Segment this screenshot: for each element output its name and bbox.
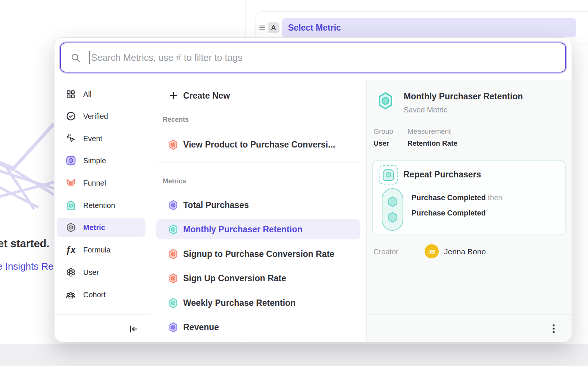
select-metric-label: Select Metric xyxy=(288,23,341,33)
formula-fx-icon: ƒx xyxy=(66,245,76,255)
metric-item-label: Total Purchases xyxy=(183,200,249,210)
results-list: Create New Recents View Product to Purch… xyxy=(150,80,366,342)
sidebar-item-label: Simple xyxy=(83,156,106,165)
event-hexagon-icon xyxy=(388,212,397,223)
sidebar-footer xyxy=(54,314,150,342)
measurement-value: Retention Rate xyxy=(407,139,457,148)
event-metric-icon xyxy=(169,200,178,210)
row-letter-badge: A xyxy=(268,22,279,33)
cohort-people-icon xyxy=(66,290,76,300)
retention-metric-icon xyxy=(169,224,178,235)
detail-subtitle: Saved Metric xyxy=(404,106,447,114)
sidebar-item-funnel[interactable]: Funnel xyxy=(57,173,146,193)
sidebar-item-user[interactable]: User xyxy=(57,263,146,282)
metric-item[interactable]: Revenue xyxy=(156,317,360,337)
metrics-header: Metrics xyxy=(163,177,186,185)
metric-item-label: Sign Up Conversion Rate xyxy=(183,273,286,283)
saved-cohort-icon xyxy=(379,165,398,184)
detail-title: Monthly Purchaser Retention xyxy=(404,92,523,102)
retention-arch-icon xyxy=(66,201,76,211)
drag-handle-icon[interactable] xyxy=(259,24,266,31)
sidebar-item-verified[interactable]: Verified xyxy=(57,106,146,126)
retention-metric-icon xyxy=(169,298,178,308)
sidebar-item-simple[interactable]: Simple xyxy=(57,151,146,170)
step-connector: then xyxy=(488,193,503,202)
metric-definition-card: Repeat Purchasers Purchase Completed the… xyxy=(372,160,566,235)
grid-icon xyxy=(66,89,76,99)
sidebar-item-formula[interactable]: ƒx Formula xyxy=(57,240,146,260)
creator-name: Jenna Bono xyxy=(444,247,486,256)
event-metric-icon xyxy=(169,322,178,332)
sidebar-item-retention[interactable]: Retention xyxy=(57,196,146,215)
event-hexagon-icon xyxy=(388,196,397,207)
metric-detail-panel: Monthly Purchaser Retention Saved Metric… xyxy=(366,80,572,342)
group-value: User xyxy=(373,139,389,148)
collapse-panel-icon[interactable] xyxy=(128,324,139,334)
user-flower-icon xyxy=(66,267,76,277)
sidebar-item-label: Retention xyxy=(83,201,115,210)
select-metric-field[interactable]: Select Metric xyxy=(282,18,576,37)
metric-item-selected[interactable]: Monthly Purchaser Retention xyxy=(156,219,360,239)
sidebar-item-all[interactable]: All xyxy=(57,84,146,104)
search-input[interactable] xyxy=(90,52,556,63)
plus-icon xyxy=(169,91,178,100)
measurement-label: Measurement xyxy=(407,127,451,136)
creator-avatar: JB xyxy=(425,244,439,258)
sidebar-item-label: All xyxy=(83,90,91,99)
metric-item[interactable]: Signup to Purchase Conversion Rate xyxy=(156,244,360,264)
sidebar-item-event[interactable]: Event xyxy=(57,129,146,148)
detail-footer xyxy=(367,314,572,342)
background-bottom-strip xyxy=(0,344,588,366)
filter-sidebar: All Verified Event xyxy=(54,80,150,342)
funnel-metric-icon xyxy=(169,140,178,150)
sidebar-item-label: Formula xyxy=(83,246,110,254)
funnel-metric-icon xyxy=(169,273,178,283)
metric-item-label: Weekly Purchase Retention xyxy=(183,298,295,308)
recent-item-label: View Product to Purchase Conversi... xyxy=(183,140,335,150)
sidebar-item-label: Cohort xyxy=(83,291,106,299)
sidebar-item-cohort[interactable]: Cohort xyxy=(57,285,146,304)
search-field-wrap[interactable] xyxy=(60,43,566,72)
cursor-click-icon xyxy=(66,134,76,144)
metric-picker-modal: All Verified Event xyxy=(54,37,572,342)
definition-step-2: Purchase Completed xyxy=(412,209,486,217)
sidebar-item-label: Event xyxy=(83,134,102,143)
sidebar-item-metric[interactable]: Metric xyxy=(57,218,146,237)
search-icon xyxy=(71,53,81,63)
group-label: Group xyxy=(373,127,393,136)
definition-name: Repeat Purchasers xyxy=(403,170,481,180)
list-divider xyxy=(156,162,360,162)
create-new-label: Create New xyxy=(183,91,230,101)
metric-item[interactable]: Total Purchases xyxy=(156,195,360,215)
background-report-link-fragment[interactable]: e Insights Re xyxy=(0,261,54,272)
sidebar-item-label: Metric xyxy=(83,223,105,232)
recent-item[interactable]: View Product to Purchase Conversi... xyxy=(156,134,360,155)
create-new-button[interactable]: Create New xyxy=(156,86,360,106)
sidebar-item-label: User xyxy=(83,268,99,277)
sidebar-item-label: Funnel xyxy=(83,179,106,187)
metric-item[interactable]: Sign Up Conversion Rate xyxy=(156,268,360,288)
definition-step-1: Purchase Completed then xyxy=(412,193,502,202)
background-heading-fragment: et started. xyxy=(0,238,50,250)
metric-hexagon-icon xyxy=(66,223,76,233)
metric-item-label: Revenue xyxy=(183,322,219,332)
metric-item-label: Monthly Purchaser Retention xyxy=(183,224,302,235)
simple-hexagon-icon xyxy=(66,156,76,166)
kebab-menu-icon[interactable] xyxy=(548,323,559,334)
recents-header: Recents xyxy=(163,116,189,124)
decorative-chart-lines xyxy=(0,123,54,220)
event-sequence-capsule xyxy=(382,188,403,231)
retention-metric-icon-large xyxy=(378,92,393,109)
metric-item[interactable]: Weekly Purchase Retention xyxy=(156,293,360,313)
creator-label: Creator xyxy=(373,248,398,256)
funnel-icon xyxy=(66,178,76,188)
verified-badge-icon xyxy=(66,111,76,121)
search-bar xyxy=(59,41,567,74)
funnel-metric-icon xyxy=(169,249,178,259)
sidebar-item-label: Verified xyxy=(83,112,108,121)
metric-item-label: Signup to Purchase Conversion Rate xyxy=(183,249,334,259)
